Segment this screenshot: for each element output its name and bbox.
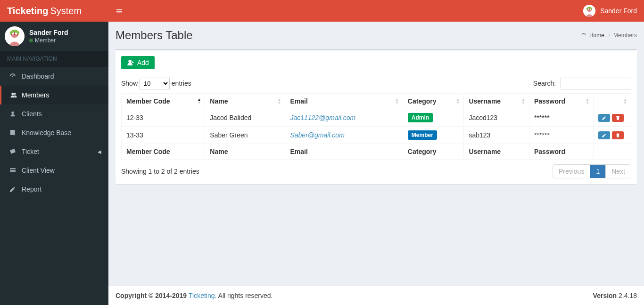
- users-icon: [8, 91, 17, 99]
- book-icon: [8, 129, 17, 136]
- trash-icon: [615, 133, 620, 138]
- delete-button[interactable]: [612, 131, 624, 139]
- table-header-row: Member Code▲▼ Name▲▼ Email▲▼ Category▲▼ …: [122, 94, 631, 109]
- cell-name: Saber Green: [205, 127, 285, 144]
- datatable-top: Show 10 entries Search:: [121, 78, 631, 89]
- nav-item-label: Client View: [22, 167, 55, 174]
- nav-item-label: Dashboard: [22, 72, 54, 80]
- avatar-medium: [5, 26, 25, 46]
- navbar-user[interactable]: Sander Ford: [583, 5, 637, 17]
- dashboard-small-icon: [581, 32, 586, 38]
- nav-dashboard[interactable]: Dashboard: [0, 67, 108, 86]
- hamburger-icon: [116, 8, 123, 15]
- tf-email: Email: [285, 144, 403, 160]
- cell-email: Saber@gmail.com: [285, 127, 403, 144]
- page-next[interactable]: Next: [605, 165, 631, 178]
- th-name[interactable]: Name▲▼: [205, 94, 285, 109]
- table-row: 12-33Jacod BalidedJac11122@gmail.comAdmi…: [122, 109, 631, 127]
- pencil-icon: [602, 133, 607, 138]
- nav-report[interactable]: Report: [0, 180, 108, 199]
- th-username[interactable]: Username▲▼: [464, 94, 529, 109]
- nav-item-label: Knowledge Base: [22, 129, 71, 136]
- cell-category: Member: [403, 127, 464, 144]
- breadcrumb-current: Members: [613, 32, 637, 39]
- edit-button[interactable]: [598, 131, 610, 139]
- th-email[interactable]: Email▲▼: [285, 94, 403, 109]
- add-button-label: Add: [137, 59, 149, 66]
- brand-logo[interactable]: Ticketing System: [0, 0, 108, 22]
- th-category[interactable]: Category▲▼: [403, 94, 464, 109]
- tf-password: Password: [529, 144, 593, 160]
- ticket-icon: [8, 148, 17, 155]
- brand-light: System: [50, 6, 82, 16]
- email-link[interactable]: Saber@gmail.com: [290, 131, 344, 139]
- nav-members[interactable]: Members: [0, 86, 108, 104]
- datatable-bottom: Showing 1 to 2 of 2 entries Previous 1 N…: [121, 164, 631, 178]
- datatable-info: Showing 1 to 2 of 2 entries: [121, 168, 199, 175]
- footer-version: 2.4.18: [619, 292, 637, 299]
- cell-category: Admin: [403, 109, 464, 127]
- edit-icon: [8, 185, 17, 193]
- tf-actions: [594, 144, 631, 160]
- cell-email: Jac11122@gmail.com: [285, 109, 403, 127]
- page-previous[interactable]: Previous: [553, 165, 590, 178]
- sidebar: Sander Ford Member MAIN NAVIGATION Dashb…: [0, 22, 108, 305]
- content-header: Members Table Home > Members: [108, 22, 644, 42]
- cell-username: sab123: [464, 127, 529, 144]
- pencil-icon: [602, 115, 607, 120]
- navbar-user-name: Sander Ford: [600, 7, 637, 15]
- nav-item-label: Members: [22, 91, 49, 99]
- nav-section-header: MAIN NAVIGATION: [0, 51, 108, 67]
- cell-name: Jacod Balided: [205, 109, 285, 127]
- status-online-icon: [29, 39, 33, 42]
- chevron-left-icon: ◀: [98, 149, 101, 154]
- footer-brand-link[interactable]: Ticketing.: [189, 292, 216, 299]
- nav-item-label: Clients: [22, 110, 42, 118]
- table-footer-row: Member Code Name Email Category Username…: [122, 144, 631, 160]
- nav-ticket[interactable]: Ticket ◀: [0, 142, 108, 161]
- email-link[interactable]: Jac11122@gmail.com: [290, 114, 355, 121]
- users-icon: [8, 110, 17, 118]
- footer-copyright-prefix: Copyright © 2014-2019: [116, 292, 189, 299]
- members-box: Add Show 10 entries Search:: [116, 49, 637, 184]
- trash-icon: [615, 115, 620, 120]
- search-label: Search:: [533, 80, 556, 87]
- content-body: Add Show 10 entries Search:: [108, 42, 644, 286]
- members-table: Member Code▲▼ Name▲▼ Email▲▼ Category▲▼ …: [121, 93, 631, 160]
- delete-button[interactable]: [612, 114, 624, 122]
- sidebar-user-role: Member: [29, 37, 68, 44]
- cell-password: ******: [529, 127, 593, 144]
- nav-client-view[interactable]: Client View: [0, 161, 108, 180]
- length-select[interactable]: 10: [140, 78, 170, 89]
- content-wrapper: Members Table Home > Members Add Show 10…: [108, 22, 644, 305]
- tf-member-code: Member Code: [122, 144, 205, 160]
- brand-bold: Ticketing: [7, 6, 48, 16]
- user-plus-icon: [127, 59, 134, 66]
- navbar: Sander Ford: [108, 0, 644, 22]
- top-header: Ticketing System Sander Ford: [0, 0, 644, 22]
- edit-button[interactable]: [598, 114, 610, 122]
- sidebar-user-panel: Sander Ford Member: [0, 22, 108, 51]
- breadcrumb-home[interactable]: Home: [589, 32, 604, 39]
- search-input[interactable]: [561, 78, 631, 89]
- th-member-code[interactable]: Member Code▲▼: [122, 94, 205, 109]
- th-password[interactable]: Password▲▼: [529, 94, 593, 109]
- sidebar-toggle[interactable]: [116, 7, 123, 15]
- cell-username: Jacod123: [464, 109, 529, 127]
- footer: Copyright © 2014-2019 Ticketing. All rig…: [108, 286, 644, 305]
- nav-clients[interactable]: Clients: [0, 104, 108, 123]
- page-1[interactable]: 1: [590, 165, 605, 178]
- category-badge: Member: [408, 130, 437, 140]
- tf-username: Username: [464, 144, 529, 160]
- nav-knowledge-base[interactable]: Knowledge Base: [0, 123, 108, 142]
- add-button[interactable]: Add: [121, 56, 155, 69]
- breadcrumb-separator: >: [607, 32, 611, 39]
- cell-code: 12-33: [122, 109, 205, 127]
- cell-actions: [594, 109, 631, 127]
- page-title: Members Table: [116, 29, 193, 42]
- length-control: Show 10 entries: [121, 78, 191, 89]
- search-control: Search:: [533, 78, 631, 89]
- sidebar-user-role-label: Member: [35, 37, 56, 44]
- pagination: Previous 1 Next: [553, 164, 631, 178]
- avatar-small: [583, 5, 595, 17]
